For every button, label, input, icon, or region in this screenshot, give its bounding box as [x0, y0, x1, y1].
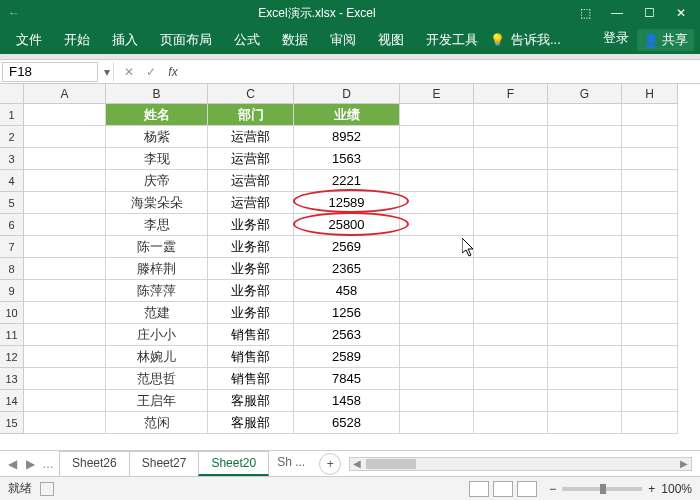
cell-C1[interactable]: 部门	[208, 104, 294, 126]
cell-E6[interactable]	[400, 214, 474, 236]
row-header-4[interactable]: 4	[0, 170, 24, 192]
cell-C3[interactable]: 运营部	[208, 148, 294, 170]
view-normal-icon[interactable]	[469, 481, 489, 497]
cell-E9[interactable]	[400, 280, 474, 302]
cell-G10[interactable]	[548, 302, 622, 324]
cell-G6[interactable]	[548, 214, 622, 236]
cell-H9[interactable]	[622, 280, 678, 302]
row-header-2[interactable]: 2	[0, 126, 24, 148]
cell-C7[interactable]: 业务部	[208, 236, 294, 258]
cell-D5[interactable]: 12589	[294, 192, 400, 214]
cell-E11[interactable]	[400, 324, 474, 346]
formula-input[interactable]	[184, 62, 700, 82]
cell-D11[interactable]: 2563	[294, 324, 400, 346]
cell-A15[interactable]	[24, 412, 106, 434]
cell-F9[interactable]	[474, 280, 548, 302]
row-header-14[interactable]: 14	[0, 390, 24, 412]
cell-A5[interactable]	[24, 192, 106, 214]
cell-D10[interactable]: 1256	[294, 302, 400, 324]
cell-B13[interactable]: 范思哲	[106, 368, 208, 390]
cell-B3[interactable]: 李现	[106, 148, 208, 170]
sheet-tab-Sh ...[interactable]: Sh ...	[269, 451, 313, 476]
col-header-C[interactable]: C	[208, 84, 294, 104]
cell-E15[interactable]	[400, 412, 474, 434]
cell-H8[interactable]	[622, 258, 678, 280]
col-header-E[interactable]: E	[400, 84, 474, 104]
cell-F3[interactable]	[474, 148, 548, 170]
view-pagelayout-icon[interactable]	[493, 481, 513, 497]
cell-D14[interactable]: 1458	[294, 390, 400, 412]
cell-G14[interactable]	[548, 390, 622, 412]
cell-F4[interactable]	[474, 170, 548, 192]
cell-H6[interactable]	[622, 214, 678, 236]
zoom-slider[interactable]	[562, 487, 642, 491]
cell-D12[interactable]: 2589	[294, 346, 400, 368]
cell-E2[interactable]	[400, 126, 474, 148]
col-header-H[interactable]: H	[622, 84, 678, 104]
cell-H13[interactable]	[622, 368, 678, 390]
cell-G13[interactable]	[548, 368, 622, 390]
cell-F10[interactable]	[474, 302, 548, 324]
close-icon[interactable]: ✕	[666, 2, 696, 24]
cell-D3[interactable]: 1563	[294, 148, 400, 170]
cell-C10[interactable]: 业务部	[208, 302, 294, 324]
cell-H12[interactable]	[622, 346, 678, 368]
cell-D9[interactable]: 458	[294, 280, 400, 302]
maximize-icon[interactable]: ☐	[634, 2, 664, 24]
cell-G15[interactable]	[548, 412, 622, 434]
cell-A13[interactable]	[24, 368, 106, 390]
cell-D6[interactable]: 25800	[294, 214, 400, 236]
tab-data[interactable]: 数据	[272, 27, 318, 53]
cell-G1[interactable]	[548, 104, 622, 126]
view-pagebreak-icon[interactable]	[517, 481, 537, 497]
cell-B7[interactable]: 陈一霆	[106, 236, 208, 258]
minimize-icon[interactable]: —	[602, 2, 632, 24]
col-header-B[interactable]: B	[106, 84, 208, 104]
cell-D1[interactable]: 业绩	[294, 104, 400, 126]
row-header-11[interactable]: 11	[0, 324, 24, 346]
cell-G7[interactable]	[548, 236, 622, 258]
cell-B14[interactable]: 王启年	[106, 390, 208, 412]
accept-formula-icon[interactable]: ✓	[140, 65, 162, 79]
col-header-F[interactable]: F	[474, 84, 548, 104]
cell-A4[interactable]	[24, 170, 106, 192]
cell-C2[interactable]: 运营部	[208, 126, 294, 148]
cell-E13[interactable]	[400, 368, 474, 390]
row-header-7[interactable]: 7	[0, 236, 24, 258]
row-header-13[interactable]: 13	[0, 368, 24, 390]
namebox-dropdown-icon[interactable]: ▾	[100, 62, 114, 82]
cell-F12[interactable]	[474, 346, 548, 368]
row-header-15[interactable]: 15	[0, 412, 24, 434]
cell-F15[interactable]	[474, 412, 548, 434]
cell-B4[interactable]: 庆帝	[106, 170, 208, 192]
cell-C13[interactable]: 销售部	[208, 368, 294, 390]
tab-home[interactable]: 开始	[54, 27, 100, 53]
cell-G9[interactable]	[548, 280, 622, 302]
hscroll-left-icon[interactable]: ◀	[350, 458, 364, 469]
tab-formula[interactable]: 公式	[224, 27, 270, 53]
cell-A3[interactable]	[24, 148, 106, 170]
cell-E4[interactable]	[400, 170, 474, 192]
cell-C4[interactable]: 运营部	[208, 170, 294, 192]
cell-D7[interactable]: 2569	[294, 236, 400, 258]
cell-F1[interactable]	[474, 104, 548, 126]
row-header-10[interactable]: 10	[0, 302, 24, 324]
cell-B2[interactable]: 杨紫	[106, 126, 208, 148]
sheet-nav-next-icon[interactable]: ▶	[22, 457, 38, 471]
select-all-triangle[interactable]	[0, 84, 24, 104]
macro-icon[interactable]	[40, 482, 54, 496]
fx-icon[interactable]: fx	[162, 65, 184, 79]
cell-B8[interactable]: 滕梓荆	[106, 258, 208, 280]
cell-B12[interactable]: 林婉儿	[106, 346, 208, 368]
tab-layout[interactable]: 页面布局	[150, 27, 222, 53]
cell-D4[interactable]: 2221	[294, 170, 400, 192]
hscroll-thumb[interactable]	[366, 459, 416, 469]
row-header-3[interactable]: 3	[0, 148, 24, 170]
row-header-5[interactable]: 5	[0, 192, 24, 214]
cell-C12[interactable]: 销售部	[208, 346, 294, 368]
col-header-A[interactable]: A	[24, 84, 106, 104]
cell-F5[interactable]	[474, 192, 548, 214]
tab-review[interactable]: 审阅	[320, 27, 366, 53]
sheet-nav-prev-icon[interactable]: ◀	[4, 457, 20, 471]
ribbon-options-icon[interactable]: ⬚	[570, 2, 600, 24]
